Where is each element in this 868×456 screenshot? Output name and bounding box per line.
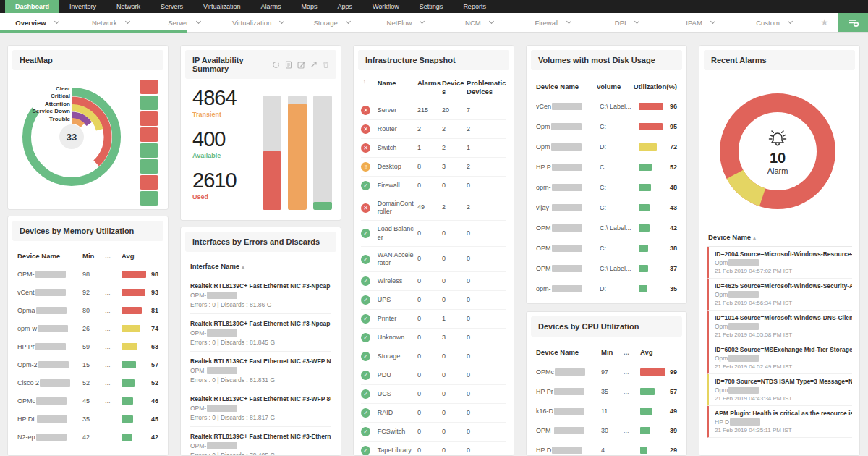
table-row[interactable]: OPM- 30 ... 39	[536, 421, 677, 440]
heatmap-cell[interactable]	[140, 175, 158, 190]
alarms-donut-chart[interactable]: 10 Alarm	[699, 75, 859, 228]
table-row[interactable]: Router 2 2 2	[361, 120, 506, 139]
nav-item[interactable]: Servers	[150, 0, 193, 13]
chevron-down-icon[interactable]	[54, 19, 59, 24]
dashboard-tab[interactable]: Custom	[737, 13, 811, 32]
chevron-down-icon[interactable]	[788, 19, 793, 24]
vertical-bar[interactable]	[263, 96, 281, 210]
table-row[interactable]: Cisco 2 52 ... 52	[17, 373, 158, 392]
dashboard-tab[interactable]: Network	[74, 13, 148, 32]
publish-icon[interactable]	[310, 61, 318, 68]
col-name[interactable]: Name	[378, 79, 417, 88]
table-row[interactable]: Printer 0 1 0	[361, 310, 506, 329]
nav-item[interactable]: Network	[106, 0, 150, 13]
heatmap-cell[interactable]	[140, 96, 158, 110]
table-row[interactable]: Opm C: 95	[536, 117, 677, 137]
alarms-list-header[interactable]: Device Name▴	[707, 228, 852, 247]
list-item[interactable]: Realtek RTL8139C+ Fast Ethernet NIC #3-N…	[190, 276, 331, 314]
vertical-bar[interactable]	[288, 96, 307, 210]
vertical-bar[interactable]	[313, 96, 332, 210]
chevron-down-icon[interactable]	[346, 19, 351, 24]
dashboard-tab[interactable]: IPAM	[663, 13, 737, 32]
col-avg[interactable]: Avg	[122, 252, 158, 260]
heatmap-cell[interactable]	[140, 80, 158, 94]
table-row[interactable]: HP Pr 59 ... 63	[17, 337, 158, 355]
heatmap-cell[interactable]	[140, 143, 158, 158]
col-alarms[interactable]: Alarms	[417, 79, 442, 88]
report-icon[interactable]	[285, 61, 292, 69]
table-row[interactable]: opm- C: 48	[536, 177, 677, 198]
table-row[interactable]: Storage 0 0 0	[361, 347, 506, 366]
nav-item[interactable]: Virtualization	[193, 0, 250, 13]
favorite-star-icon[interactable]: ★	[811, 13, 838, 32]
table-row[interactable]: WAN Accelerator 0 0 0	[361, 247, 506, 273]
list-item[interactable]: Realtek RTL8139C+ Fast Ethernet NIC #3-W…	[190, 352, 331, 389]
table-row[interactable]: OPM C: 38	[536, 238, 677, 258]
table-row[interactable]: Firewall 0 0 0	[361, 177, 506, 195]
table-row[interactable]: OPMc 97 ... 99	[536, 362, 677, 381]
table-row[interactable]: UPS 0 0 0	[361, 291, 506, 310]
table-row[interactable]: Opm D: 72	[536, 137, 677, 157]
interface-name-header[interactable]: Interface Name▴	[181, 256, 341, 276]
alarm-item[interactable]: ID=1014 Source=Microsoft-Windows-DNS-Cli…	[707, 311, 852, 342]
table-row[interactable]: DomainController 49 2 2	[361, 195, 506, 221]
table-row[interactable]: Server 215 20 7	[361, 101, 506, 120]
nav-item[interactable]: Alarms	[250, 0, 291, 13]
alarm-item[interactable]: APM Plugin: Health is critical as the re…	[707, 406, 852, 438]
table-row[interactable]: OPM C:\ Label... 42	[536, 218, 677, 238]
ip-stat[interactable]: 4864 Transient	[192, 86, 263, 118]
col-devices[interactable]: Devices	[442, 79, 467, 96]
table-row[interactable]: UCS 0 0 0	[361, 385, 506, 404]
heatmap-cell[interactable]	[140, 191, 158, 206]
table-row[interactable]: Switch 1 2 1	[361, 139, 506, 158]
dashboard-tab[interactable]: DPI	[590, 13, 663, 32]
table-row[interactable]: vijay- C: 43	[536, 198, 677, 218]
nav-item[interactable]: Settings	[409, 0, 454, 13]
list-item[interactable]: Realtek RTL8139C+ Fast Ethernet NIC #3-E…	[190, 427, 331, 456]
list-item[interactable]: Realtek RTL8139C+ Fast Ethernet NIC #3-W…	[190, 389, 331, 427]
table-row[interactable]: k16-D 11 ... 49	[536, 401, 677, 421]
dashboard-tab[interactable]: Storage	[295, 13, 369, 32]
table-row[interactable]: OPM C:\ Label... 37	[536, 258, 677, 279]
table-row[interactable]: RAID 0 0 0	[361, 404, 506, 423]
table-row[interactable]: HP Pr 35 ... 57	[536, 381, 677, 401]
chevron-down-icon[interactable]	[489, 19, 494, 24]
alarm-item[interactable]: ID=6002 Source=MSExchange Mid-Tier Stora…	[707, 342, 852, 374]
sort-both-icon[interactable]: ↕	[363, 79, 366, 84]
dashboard-tab[interactable]: Virtualization	[221, 13, 295, 32]
table-row[interactable]: TapeLibrary 0 0 0	[361, 442, 506, 456]
table-row[interactable]: vCen C:\ Label... 96	[536, 96, 677, 117]
nav-item[interactable]: Inventory	[59, 0, 106, 13]
ip-stat[interactable]: 400 Available	[192, 127, 263, 159]
add-dashboard-button[interactable]	[838, 13, 868, 32]
table-row[interactable]: opm- D: 35	[536, 279, 677, 299]
chevron-down-icon[interactable]	[634, 19, 639, 24]
table-row[interactable]: Opm-2 15 ... 57	[17, 355, 158, 373]
dashboard-tab[interactable]: NCM	[442, 13, 516, 32]
alarm-item[interactable]: ID=2004 Source=Microsoft-Windows-Resourc…	[707, 247, 852, 279]
chevron-down-icon[interactable]	[279, 19, 284, 24]
delete-icon[interactable]	[323, 61, 329, 69]
table-row[interactable]: PDU 0 0 0	[361, 366, 506, 385]
dashboard-tab[interactable]: Overview	[0, 13, 74, 32]
table-row[interactable]: Wireless 0 0 0	[361, 272, 506, 291]
table-row[interactable]: HP P C: 52	[536, 157, 677, 177]
nav-item[interactable]: Apps	[327, 0, 362, 13]
nav-item[interactable]: Workflow	[362, 0, 409, 13]
nav-item[interactable]: Dashboard	[5, 0, 59, 13]
nav-item[interactable]: Reports	[453, 0, 496, 13]
col-utilization[interactable]: Utilization(%)	[634, 83, 677, 90]
table-row[interactable]: HP D 4 ... 29	[536, 440, 677, 456]
ip-stat[interactable]: 2610 Used	[192, 169, 263, 200]
table-row[interactable]: Load Balancer 0 0 0	[361, 221, 506, 247]
table-row[interactable]: opm-w 26 ... 74	[17, 319, 158, 337]
chevron-down-icon[interactable]	[566, 19, 571, 24]
table-row[interactable]: Desktop 8 3 2	[361, 158, 506, 177]
heatmap-cell[interactable]	[140, 159, 158, 174]
chevron-down-icon[interactable]	[196, 19, 201, 24]
col-problematic[interactable]: Problematic Devices	[467, 79, 506, 96]
refresh-icon[interactable]	[272, 61, 280, 69]
table-row[interactable]: N2-ep 42 ... 42	[17, 428, 158, 446]
chevron-down-icon[interactable]	[420, 19, 425, 24]
heatmap-cell[interactable]	[140, 111, 158, 126]
